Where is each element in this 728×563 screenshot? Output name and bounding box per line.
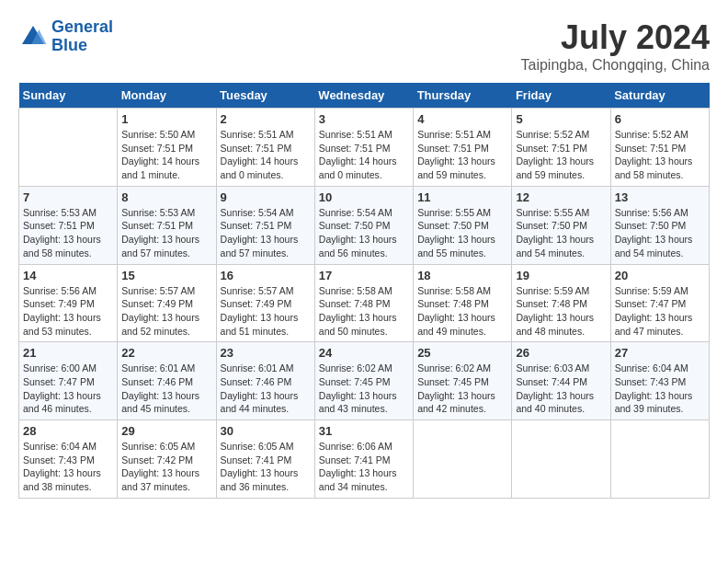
day-number: 9 [221, 190, 311, 204]
day-info: Sunrise: 5:50 AM Sunset: 7:51 PM Dayligh… [121, 128, 211, 182]
calendar-cell: 30Sunrise: 6:05 AM Sunset: 7:41 PM Dayli… [216, 420, 314, 499]
calendar-cell: 9Sunrise: 5:54 AM Sunset: 7:51 PM Daylig… [216, 186, 314, 264]
calendar-cell: 16Sunrise: 5:57 AM Sunset: 7:49 PM Dayli… [216, 264, 314, 342]
calendar-cell: 14Sunrise: 5:56 AM Sunset: 7:49 PM Dayli… [19, 264, 118, 342]
calendar-cell: 6Sunrise: 5:52 AM Sunset: 7:51 PM Daylig… [610, 109, 709, 187]
day-number: 2 [221, 112, 311, 126]
day-info: Sunrise: 6:05 AM Sunset: 7:41 PM Dayligh… [221, 440, 311, 494]
day-number: 18 [417, 269, 507, 282]
day-info: Sunrise: 5:52 AM Sunset: 7:51 PM Dayligh… [516, 128, 606, 182]
calendar-cell: 11Sunrise: 5:55 AM Sunset: 7:50 PM Dayli… [414, 186, 512, 264]
day-info: Sunrise: 5:52 AM Sunset: 7:51 PM Dayligh… [615, 128, 705, 182]
calendar-table: SundayMondayTuesdayWednesdayThursdayFrid… [18, 83, 710, 499]
weekday-thursday: Thursday [414, 83, 512, 109]
day-info: Sunrise: 5:55 AM Sunset: 7:50 PM Dayligh… [516, 206, 606, 260]
day-number: 12 [516, 190, 606, 204]
day-number: 16 [221, 269, 311, 282]
location: Taipingba, Chongqing, China [521, 57, 710, 74]
day-number: 15 [121, 269, 211, 282]
calendar-cell: 31Sunrise: 6:06 AM Sunset: 7:41 PM Dayli… [314, 420, 413, 499]
calendar-cell: 22Sunrise: 6:01 AM Sunset: 7:46 PM Dayli… [118, 342, 216, 420]
day-info: Sunrise: 5:59 AM Sunset: 7:47 PM Dayligh… [615, 284, 705, 339]
day-info: Sunrise: 5:58 AM Sunset: 7:48 PM Dayligh… [319, 284, 409, 339]
day-number: 29 [121, 424, 211, 438]
day-number: 7 [23, 190, 113, 204]
day-number: 4 [417, 112, 507, 126]
day-info: Sunrise: 6:05 AM Sunset: 7:42 PM Dayligh… [121, 440, 211, 494]
day-number: 13 [615, 190, 705, 204]
day-number: 22 [121, 346, 211, 360]
day-number: 27 [615, 346, 705, 360]
day-number: 17 [319, 269, 409, 282]
day-number: 3 [319, 112, 409, 126]
weekday-wednesday: Wednesday [314, 83, 413, 109]
day-info: Sunrise: 6:04 AM Sunset: 7:43 PM Dayligh… [615, 362, 705, 416]
day-number: 31 [319, 424, 409, 438]
day-info: Sunrise: 6:02 AM Sunset: 7:45 PM Dayligh… [417, 362, 507, 416]
month-title: July 2024 [521, 18, 710, 57]
calendar-cell: 4Sunrise: 5:51 AM Sunset: 7:51 PM Daylig… [414, 109, 512, 187]
week-row-1: 1Sunrise: 5:50 AM Sunset: 7:51 PM Daylig… [19, 109, 710, 187]
week-row-3: 14Sunrise: 5:56 AM Sunset: 7:49 PM Dayli… [19, 264, 710, 342]
week-row-5: 28Sunrise: 6:04 AM Sunset: 7:43 PM Dayli… [19, 420, 710, 499]
day-number: 26 [516, 346, 606, 360]
calendar-cell: 25Sunrise: 6:02 AM Sunset: 7:45 PM Dayli… [414, 342, 512, 420]
calendar-cell: 13Sunrise: 5:56 AM Sunset: 7:50 PM Dayli… [610, 186, 709, 264]
day-info: Sunrise: 5:55 AM Sunset: 7:50 PM Dayligh… [417, 206, 507, 260]
logo-text: General Blue [51, 18, 113, 55]
calendar-cell: 8Sunrise: 5:53 AM Sunset: 7:51 PM Daylig… [118, 186, 216, 264]
day-info: Sunrise: 5:51 AM Sunset: 7:51 PM Dayligh… [319, 128, 409, 182]
calendar-cell: 5Sunrise: 5:52 AM Sunset: 7:51 PM Daylig… [512, 109, 610, 187]
page-header: General Blue July 2024 Taipingba, Chongq… [18, 18, 710, 74]
calendar-cell: 28Sunrise: 6:04 AM Sunset: 7:43 PM Dayli… [19, 420, 118, 499]
calendar-cell: 2Sunrise: 5:51 AM Sunset: 7:51 PM Daylig… [216, 109, 314, 187]
day-number: 28 [23, 424, 113, 438]
calendar-cell: 20Sunrise: 5:59 AM Sunset: 7:47 PM Dayli… [610, 264, 709, 342]
day-info: Sunrise: 5:54 AM Sunset: 7:50 PM Dayligh… [319, 206, 409, 260]
calendar-cell: 19Sunrise: 5:59 AM Sunset: 7:48 PM Dayli… [512, 264, 610, 342]
day-info: Sunrise: 5:59 AM Sunset: 7:48 PM Dayligh… [516, 284, 606, 339]
day-info: Sunrise: 6:01 AM Sunset: 7:46 PM Dayligh… [121, 362, 211, 416]
day-info: Sunrise: 6:03 AM Sunset: 7:44 PM Dayligh… [516, 362, 606, 416]
logo-blue: Blue [51, 36, 87, 54]
calendar-cell: 3Sunrise: 5:51 AM Sunset: 7:51 PM Daylig… [314, 109, 413, 187]
calendar-cell: 29Sunrise: 6:05 AM Sunset: 7:42 PM Dayli… [118, 420, 216, 499]
weekday-sunday: Sunday [19, 83, 118, 109]
day-info: Sunrise: 6:01 AM Sunset: 7:46 PM Dayligh… [221, 362, 311, 416]
day-info: Sunrise: 6:00 AM Sunset: 7:47 PM Dayligh… [23, 362, 113, 416]
day-number: 6 [615, 112, 705, 126]
day-info: Sunrise: 6:02 AM Sunset: 7:45 PM Dayligh… [319, 362, 409, 416]
day-info: Sunrise: 5:57 AM Sunset: 7:49 PM Dayligh… [121, 284, 211, 339]
day-info: Sunrise: 5:56 AM Sunset: 7:49 PM Dayligh… [23, 284, 113, 339]
calendar-cell: 26Sunrise: 6:03 AM Sunset: 7:44 PM Dayli… [512, 342, 610, 420]
calendar-cell: 1Sunrise: 5:50 AM Sunset: 7:51 PM Daylig… [118, 109, 216, 187]
week-row-2: 7Sunrise: 5:53 AM Sunset: 7:51 PM Daylig… [19, 186, 710, 264]
title-area: July 2024 Taipingba, Chongqing, China [521, 18, 710, 74]
weekday-saturday: Saturday [610, 83, 709, 109]
logo-general: General [51, 17, 113, 36]
weekday-monday: Monday [118, 83, 216, 109]
day-number: 10 [319, 190, 409, 204]
calendar-cell: 27Sunrise: 6:04 AM Sunset: 7:43 PM Dayli… [610, 342, 709, 420]
calendar-cell: 15Sunrise: 5:57 AM Sunset: 7:49 PM Dayli… [118, 264, 216, 342]
calendar-cell: 23Sunrise: 6:01 AM Sunset: 7:46 PM Dayli… [216, 342, 314, 420]
day-info: Sunrise: 5:53 AM Sunset: 7:51 PM Dayligh… [121, 206, 211, 260]
day-number: 25 [417, 346, 507, 360]
calendar-cell: 10Sunrise: 5:54 AM Sunset: 7:50 PM Dayli… [314, 186, 413, 264]
day-info: Sunrise: 5:56 AM Sunset: 7:50 PM Dayligh… [615, 206, 705, 260]
calendar-cell: 21Sunrise: 6:00 AM Sunset: 7:47 PM Dayli… [19, 342, 118, 420]
day-info: Sunrise: 6:04 AM Sunset: 7:43 PM Dayligh… [23, 440, 113, 494]
day-info: Sunrise: 6:06 AM Sunset: 7:41 PM Dayligh… [319, 440, 409, 494]
calendar-cell [610, 420, 709, 499]
day-info: Sunrise: 5:57 AM Sunset: 7:49 PM Dayligh… [221, 284, 311, 339]
logo-icon [18, 22, 48, 52]
calendar-cell: 17Sunrise: 5:58 AM Sunset: 7:48 PM Dayli… [314, 264, 413, 342]
day-info: Sunrise: 5:58 AM Sunset: 7:48 PM Dayligh… [417, 284, 507, 339]
weekday-header-row: SundayMondayTuesdayWednesdayThursdayFrid… [19, 83, 710, 109]
calendar-cell: 18Sunrise: 5:58 AM Sunset: 7:48 PM Dayli… [414, 264, 512, 342]
calendar-cell [512, 420, 610, 499]
weekday-tuesday: Tuesday [216, 83, 314, 109]
day-info: Sunrise: 5:51 AM Sunset: 7:51 PM Dayligh… [221, 128, 311, 182]
calendar-cell: 7Sunrise: 5:53 AM Sunset: 7:51 PM Daylig… [19, 186, 118, 264]
weekday-friday: Friday [512, 83, 610, 109]
